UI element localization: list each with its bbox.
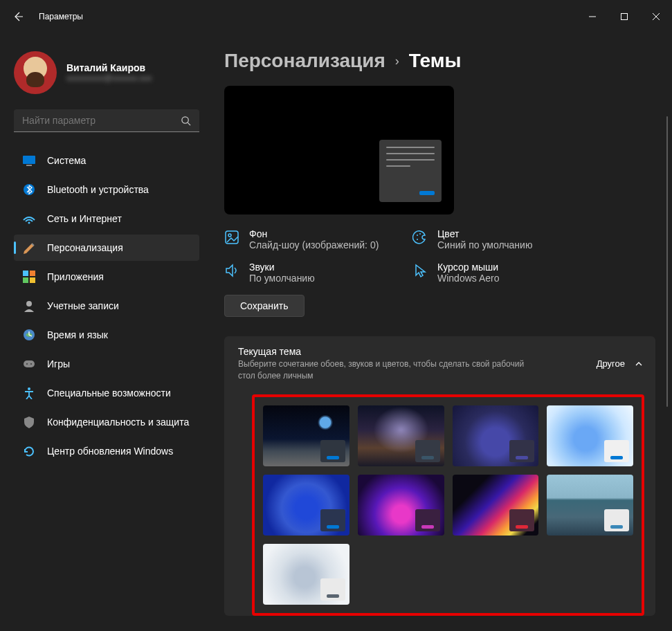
sidebar-item-apps[interactable]: Приложения — [14, 264, 199, 290]
palette-icon — [412, 230, 428, 245]
window-controls — [576, 3, 672, 30]
svg-rect-3 — [26, 165, 32, 166]
page-title: Темы — [409, 50, 462, 72]
search-box[interactable] — [14, 109, 199, 132]
sidebar-item-label: Приложения — [47, 271, 104, 282]
accounts-icon — [22, 299, 36, 313]
sidebar-item-bluetooth[interactable]: Bluetooth и устройства — [14, 176, 199, 203]
scrollbar[interactable] — [666, 116, 668, 407]
theme-tile[interactable] — [263, 544, 349, 605]
sidebar-item-gaming[interactable]: Игры — [14, 351, 199, 377]
sidebar-item-label: Bluetooth и устройства — [47, 184, 149, 195]
current-theme-panel: Текущая тема Выберите сочетание обоев, з… — [224, 336, 655, 616]
back-button[interactable] — [11, 11, 25, 22]
sounds-link[interactable]: ЗвукиПо умолчанию — [224, 262, 404, 284]
theme-tile[interactable] — [547, 475, 633, 536]
network-icon — [22, 212, 36, 226]
svg-rect-8 — [23, 277, 28, 283]
theme-tile[interactable] — [263, 405, 349, 466]
sidebar-item-accessibility[interactable]: Специальные возможности — [14, 380, 199, 406]
maximize-button[interactable] — [608, 3, 640, 30]
main-content: Персонализация › Темы ФонСлайд-шоу (изоб… — [208, 33, 672, 631]
chevron-right-icon: › — [395, 54, 399, 68]
svg-point-20 — [417, 239, 418, 240]
svg-point-5 — [28, 222, 30, 224]
svg-point-17 — [228, 234, 231, 237]
search-input[interactable] — [22, 115, 181, 126]
theme-tile[interactable] — [358, 475, 444, 536]
avatar — [14, 51, 57, 94]
sidebar-item-label: Персонализация — [47, 242, 123, 253]
breadcrumb: Персонализация › Темы — [224, 50, 672, 72]
cursor-link[interactable]: Курсор мышиWindows Aero — [412, 262, 592, 284]
theme-tile[interactable] — [453, 405, 539, 466]
time-icon — [22, 328, 36, 342]
gaming-icon — [22, 357, 36, 371]
svg-rect-12 — [24, 360, 35, 367]
svg-rect-7 — [30, 271, 35, 276]
sidebar-item-update[interactable]: Центр обновления Windows — [14, 438, 199, 464]
svg-rect-0 — [621, 14, 628, 20]
theme-grid-highlight — [252, 394, 644, 616]
system-icon — [22, 154, 36, 167]
bluetooth-icon — [22, 183, 36, 196]
titlebar: Параметры — [0, 0, 672, 33]
svg-point-18 — [417, 235, 418, 236]
color-link[interactable]: ЦветСиний по умолчанию — [412, 228, 592, 250]
background-link[interactable]: ФонСлайд-шоу (изображений: 0) — [224, 228, 404, 250]
sidebar: Виталий Каиров xxxxxxxxx@xxxxxx.xxx Сист… — [0, 33, 208, 631]
theme-tile[interactable] — [547, 405, 633, 466]
sidebar-item-label: Центр обновления Windows — [47, 446, 173, 457]
sidebar-item-label: Конфиденциальность и защита — [47, 417, 189, 428]
sidebar-item-time[interactable]: Время и язык — [14, 322, 199, 348]
sidebar-item-personalization[interactable]: Персонализация — [14, 235, 199, 261]
svg-point-13 — [26, 363, 28, 365]
svg-point-10 — [26, 301, 32, 307]
svg-point-1 — [182, 116, 188, 122]
sidebar-item-network[interactable]: Сеть и Интернет — [14, 205, 199, 232]
theme-tile[interactable] — [263, 475, 349, 536]
user-name: Виталий Каиров — [66, 62, 152, 73]
sidebar-item-label: Специальные возможности — [47, 387, 171, 399]
svg-point-19 — [419, 233, 421, 235]
svg-rect-9 — [30, 277, 35, 283]
breadcrumb-parent[interactable]: Персонализация — [224, 50, 385, 72]
theme-tile[interactable] — [453, 475, 539, 536]
svg-point-14 — [30, 363, 32, 365]
preview-window — [379, 140, 442, 202]
close-button[interactable] — [640, 3, 672, 30]
sidebar-item-label: Учетные записи — [47, 300, 119, 311]
svg-point-15 — [28, 387, 30, 390]
apps-icon — [22, 270, 36, 284]
more-themes-button[interactable]: Другое — [597, 358, 643, 369]
accessibility-icon — [22, 386, 36, 400]
sound-icon — [224, 263, 239, 278]
update-icon — [22, 444, 36, 458]
sidebar-item-privacy[interactable]: Конфиденциальность и защита — [14, 409, 199, 435]
sidebar-item-label: Время и язык — [47, 329, 108, 340]
chevron-up-icon — [635, 360, 643, 368]
privacy-icon — [22, 415, 36, 429]
personalization-icon — [22, 241, 36, 255]
save-button[interactable]: Сохранить — [224, 295, 305, 317]
panel-title: Текущая тема — [238, 346, 543, 357]
cursor-icon — [412, 263, 428, 278]
sidebar-item-system[interactable]: Система — [14, 147, 199, 174]
sidebar-item-accounts[interactable]: Учетные записи — [14, 293, 199, 319]
search-icon — [181, 116, 191, 126]
svg-rect-6 — [23, 271, 28, 276]
theme-preview — [224, 86, 454, 214]
theme-tile[interactable] — [358, 405, 444, 466]
panel-subtitle: Выберите сочетание обоев, звуков и цвето… — [238, 358, 543, 382]
image-icon — [224, 230, 239, 245]
minimize-button[interactable] — [576, 3, 608, 30]
sidebar-item-label: Игры — [47, 358, 70, 369]
svg-rect-2 — [23, 156, 35, 164]
sidebar-item-label: Система — [47, 155, 86, 166]
sidebar-item-label: Сеть и Интернет — [47, 213, 122, 224]
window-title: Параметры — [39, 12, 83, 21]
user-account-button[interactable]: Виталий Каиров xxxxxxxxx@xxxxxx.xxx — [14, 51, 199, 94]
user-email: xxxxxxxxx@xxxxxx.xxx — [66, 73, 152, 83]
